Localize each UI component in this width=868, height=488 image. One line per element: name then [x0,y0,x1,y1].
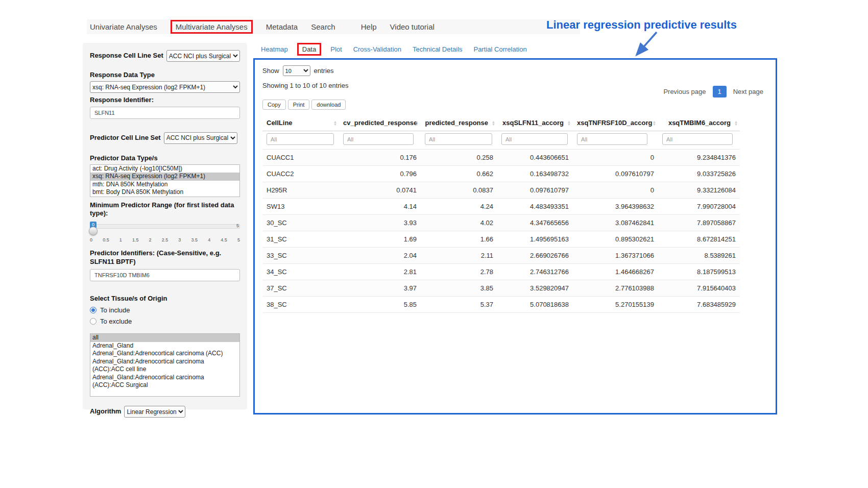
nav-item-univariate-analyses[interactable]: Univariate Analyses [90,22,157,31]
table-row: H295R0.07410.08370.09761079709.332126084 [262,182,740,199]
nav-item-metadata[interactable]: Metadata [266,22,298,31]
nav-item-multivariate-analyses[interactable]: Multivariate Analyses [171,20,253,34]
response-cell-line-set-select[interactable]: ACC NCI plus Surgical [166,50,240,62]
nav-item-help[interactable]: Help [361,22,377,31]
results-panel: Show 10 entries Showing 1 to 10 of 10 en… [253,58,777,414]
min-predictor-range-slider[interactable]: 0 5 00.511.522.533.544.55 [90,222,240,245]
tab-partial-correlation[interactable]: Partial Correlation [474,45,527,53]
filter-input-xsqtmbim6-accorg[interactable] [662,133,733,145]
filter-cell [421,131,497,150]
tab-technical-details[interactable]: Technical Details [413,45,463,53]
listbox-option[interactable]: bmt: Body DNA 850K Methylation [90,188,239,197]
slider-track[interactable] [90,224,240,229]
radio-option-to-exclude[interactable]: To exclude [90,318,240,325]
cell-value: 1.464668267 [573,264,658,280]
sort-icon: ▲▼ [567,120,571,126]
nav-item-video-tutorial[interactable]: Video tutorial [390,22,435,31]
listbox-option[interactable]: Adrenal_Gland:Adrenocortical carcinoma (… [90,374,239,389]
previous-page-button[interactable]: Previous page [659,85,710,98]
cell-value: 8.672814251 [658,231,740,248]
column-header-cv-predicted-response[interactable]: cv_predicted_response▲▼ [339,115,421,131]
tissue-origin-label: Select Tissue/s of Origin [90,295,240,303]
sort-icon: ▲▼ [333,120,337,126]
column-header-xsqtmbim6-accorg[interactable]: xsqTMBIM6_accorg▲▼ [658,115,740,131]
filter-input-cv-predicted-response[interactable] [343,133,414,145]
radio-checked-icon [90,307,97,313]
listbox-option[interactable]: Adrenal_Gland:Adrenocortical carcinoma (… [90,358,239,374]
tab-plot[interactable]: Plot [330,45,342,53]
cell-cellline: CUACC1 [262,150,339,166]
cell-value: 5.37 [421,297,497,313]
table-action-buttons: CopyPrintdownload [262,100,768,110]
column-label: xsqTNFRSF10D_accorg [577,119,652,127]
filter-cell [262,131,339,150]
cell-value: 2.81 [339,264,421,280]
predictor-data-type-listbox[interactable]: act: Drug Activity (-log10[IC50M])xsq: R… [90,164,240,197]
page-1-button[interactable]: 1 [713,86,727,97]
tab-data[interactable]: Data [297,43,321,56]
table-copy-button[interactable]: Copy [262,100,286,110]
show-entries-select[interactable]: 10 [283,65,310,76]
cell-cellline: H295R [262,182,339,199]
filter-input-xsqslfn11-accorg[interactable] [501,133,568,145]
cell-cellline: 38_SC [262,297,339,313]
filter-input-cellline[interactable] [267,133,334,145]
predictor-data-type-label: Predictor Data Type/s [90,154,240,162]
min-predictor-range-label: Minimum Predictor Range (for first liste… [90,201,240,218]
predictor-cell-line-set-select[interactable]: ACC NCI plus Surgical [164,132,237,144]
column-header-predicted-response[interactable]: predicted_response▲▼ [421,115,497,131]
predictor-identifiers-input[interactable] [90,269,240,281]
table-download-button[interactable]: download [311,100,346,110]
cell-cellline: 30_SC [262,215,339,231]
pagination: Previous page 1 Next page [659,85,767,98]
column-label: xsqSLFN11_accorg [502,119,564,127]
cell-value: 2.78 [421,264,497,280]
response-identifier-input[interactable] [90,107,240,119]
column-header-xsqslfn11-accorg[interactable]: xsqSLFN11_accorg▲▼ [497,115,573,131]
slider-handle[interactable] [89,227,98,235]
listbox-option[interactable]: Adrenal_Gland:Adrenocortical carcinoma (… [90,350,239,358]
listbox-option[interactable]: mth: DNA 850K Methylation [90,181,239,189]
table-print-button[interactable]: Print [288,100,310,110]
cell-value: 0.163498732 [497,166,573,182]
cell-value: 0.0741 [339,182,421,199]
listbox-option[interactable]: Adrenal_Gland [90,342,239,350]
filter-row [262,131,740,150]
sort-icon: ▲▼ [492,120,495,126]
next-page-button[interactable]: Next page [729,85,767,98]
cell-value: 5.270155139 [573,297,658,313]
nav-item-search[interactable]: Search [311,22,335,31]
listbox-option[interactable]: xsq: RNA-seq Expression (log2 FPKM+1) [90,173,239,181]
slider-tick-label: 1 [119,237,122,242]
cell-value: 5.85 [339,297,421,313]
results-tabs: HeatmapDataPlotCross-ValidationTechnical… [261,45,527,53]
cell-value: 0 [573,150,658,166]
predictor-identifiers-label: Predictor Identifiers: (Case-Sensitive, … [90,249,240,266]
column-label: xsqTMBIM6_accorg [668,119,731,127]
show-label: Show [262,67,279,75]
algorithm-label: Algorithm [90,407,121,416]
column-header-xsqtnfrsf10d-accorg[interactable]: xsqTNFRSF10D_accorg▲▼ [573,115,658,131]
table-body: CUACC10.1760.2580.44360665109.234841376C… [262,150,740,313]
cell-value: 0 [573,182,658,199]
filter-input-xsqtnfrsf10d-accorg[interactable] [577,133,647,145]
cell-value: 1.66 [421,231,497,248]
slider-tick-label: 4 [208,237,210,242]
tab-cross-validation[interactable]: Cross-Validation [353,45,401,53]
table-row: SW134.144.244.4834933513.9643986327.9907… [262,199,740,215]
tissue-origin-listbox[interactable]: allAdrenal_GlandAdrenal_Gland:Adrenocort… [90,333,240,397]
sort-desc-icon: ▼ [734,123,738,126]
cell-value: 7.897058867 [658,215,740,231]
listbox-option[interactable]: all [90,334,239,342]
radio-option-to-include[interactable]: To include [90,306,240,314]
listbox-option[interactable]: act: Drug Activity (-log10[IC50M]) [90,165,239,173]
cell-value: 4.02 [421,215,497,231]
response-data-type-select[interactable]: xsq: RNA-seq Expression (log2 FPKM+1) [90,81,240,93]
cell-value: 0.895302621 [573,231,658,248]
algorithm-select[interactable]: Linear Regression [124,406,185,418]
cell-value: 4.347665656 [497,215,573,231]
tab-heatmap[interactable]: Heatmap [261,45,288,53]
column-header-cellline[interactable]: CellLine▲▼ [262,115,339,131]
filter-input-predicted-response[interactable] [425,133,492,145]
table-row: 34_SC2.812.782.7463127661.4646682678.187… [262,264,740,280]
